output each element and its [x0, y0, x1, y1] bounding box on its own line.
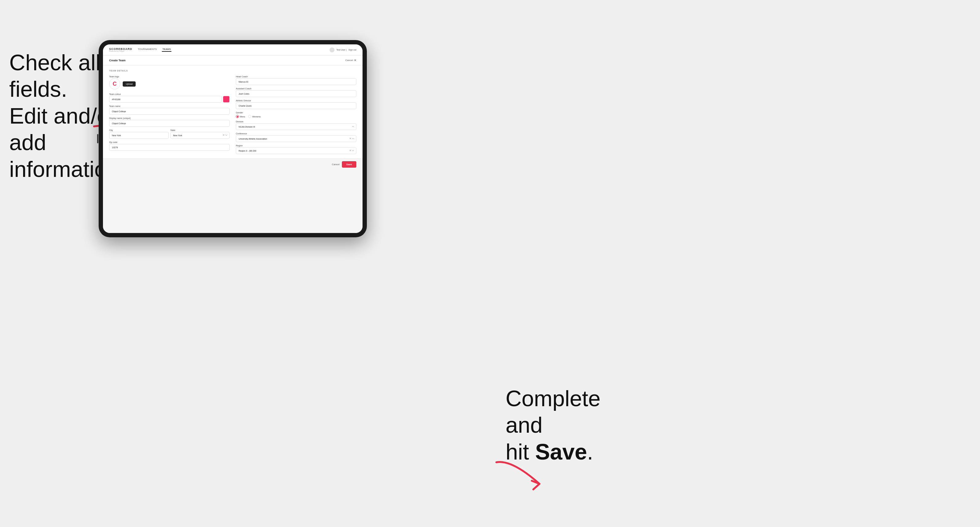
zip-field: Zip code	[109, 141, 230, 151]
nav-links: TOURNAMENTS TEAMS	[137, 48, 329, 52]
team-logo-field: Team logo C Upload	[109, 76, 230, 90]
state-select-wrapper: New York ✕	[170, 132, 230, 139]
conference-field: Conference University Athletic Associati…	[236, 133, 356, 142]
assistant-coach-input[interactable]	[236, 90, 356, 97]
nav-teams[interactable]: TEAMS	[162, 48, 172, 52]
navbar: SCOREBOARD Powered by clippd TOURNAMENTS…	[103, 44, 363, 56]
colour-field-row	[109, 96, 230, 103]
team-colour-label: Team colour	[109, 93, 230, 95]
instruction-right: Complete and hit Save.	[506, 385, 635, 465]
team-colour-field: Team colour	[109, 93, 230, 103]
gender-options: Mens Womens	[236, 115, 356, 118]
division-field: Division NCAA Division III	[236, 121, 356, 130]
gender-label: Gender	[236, 111, 356, 114]
display-name-field: Display name (unique)	[109, 117, 230, 127]
main-content: Create Team Cancel ✕ TEAM DETAILS Team l…	[103, 56, 363, 233]
close-icon: ✕	[354, 59, 356, 62]
section-title: TEAM DETAILS	[109, 70, 356, 72]
zip-input[interactable]	[109, 144, 230, 151]
arrow-icon-right	[493, 456, 555, 493]
logo: SCOREBOARD Powered by clippd	[109, 48, 132, 52]
region-clear-button[interactable]: ✕	[349, 149, 352, 152]
team-colour-input[interactable]	[109, 96, 222, 103]
state-label: State	[170, 129, 230, 131]
gender-mens[interactable]: Mens	[236, 115, 245, 118]
sign-out-link[interactable]: Sign out	[348, 49, 356, 51]
colour-swatch[interactable]	[223, 96, 230, 103]
conference-select[interactable]: University Athletic Association	[236, 135, 356, 142]
team-name-label: Team name	[109, 105, 230, 107]
form-footer: Cancel Save	[103, 159, 363, 170]
avatar	[329, 48, 334, 52]
city-input[interactable]	[109, 132, 169, 139]
upload-button[interactable]: Upload	[123, 81, 136, 87]
team-logo-label: Team logo	[109, 76, 230, 78]
head-coach-input[interactable]	[236, 78, 356, 85]
cancel-button[interactable]: Cancel	[332, 163, 339, 166]
team-name-input[interactable]	[109, 108, 230, 115]
conference-clear-button[interactable]: ✕	[349, 137, 352, 140]
state-clear-button[interactable]: ✕	[223, 134, 225, 137]
tablet-side-button	[97, 134, 98, 143]
city-field: City	[109, 129, 169, 139]
save-button[interactable]: Save	[342, 161, 356, 168]
cancel-x-button[interactable]: Cancel ✕	[345, 59, 356, 62]
region-field: Region Region II - (M) DIII ✕	[236, 144, 356, 154]
tablet-screen: SCOREBOARD Powered by clippd TOURNAMENTS…	[103, 44, 363, 233]
form-right: Head Coach Assistant Coach Athletic Dire…	[236, 76, 356, 154]
city-state-group: City State New York ✕	[109, 129, 230, 139]
womens-radio[interactable]	[248, 115, 251, 118]
region-label: Region	[236, 144, 356, 147]
division-label: Division	[236, 121, 356, 123]
assistant-coach-label: Assistant Coach	[236, 87, 356, 90]
form-grid: Team logo C Upload Team colour	[109, 76, 356, 154]
assistant-coach-field: Assistant Coach	[236, 87, 356, 97]
team-name-field: Team name	[109, 105, 230, 115]
mens-radio[interactable]	[236, 115, 239, 118]
tablet-frame: SCOREBOARD Powered by clippd TOURNAMENTS…	[99, 40, 367, 237]
athletic-director-field: Athletic Director	[236, 100, 356, 109]
zip-label: Zip code	[109, 141, 230, 143]
athletic-director-label: Athletic Director	[236, 100, 356, 102]
division-select[interactable]: NCAA Division III	[236, 123, 356, 130]
form-header: Create Team Cancel ✕	[103, 56, 363, 65]
logo-circle: C	[109, 78, 120, 89]
logo-area: C Upload	[109, 78, 230, 89]
form-body: TEAM DETAILS Team logo C Upload	[103, 65, 363, 159]
state-field: State New York ✕	[170, 129, 230, 139]
conference-select-wrapper: University Athletic Association ✕	[236, 135, 356, 142]
form-left: Team logo C Upload Team colour	[109, 76, 230, 154]
form-title: Create Team	[109, 59, 126, 62]
region-select[interactable]: Region II - (M) DIII	[236, 147, 356, 154]
display-name-label: Display name (unique)	[109, 117, 230, 119]
instruction-line1: Check all fields.	[9, 50, 100, 102]
athletic-director-input[interactable]	[236, 102, 356, 109]
logo-subtitle: Powered by clippd	[109, 51, 132, 52]
display-name-input[interactable]	[109, 120, 230, 127]
head-coach-label: Head Coach	[236, 76, 356, 78]
nav-username: Test User |	[336, 49, 347, 51]
conference-label: Conference	[236, 133, 356, 135]
city-label: City	[109, 129, 169, 131]
state-select[interactable]: New York	[170, 132, 230, 139]
gender-field: Gender Mens Womens	[236, 111, 356, 118]
gender-womens[interactable]: Womens	[248, 115, 261, 118]
instruction-right-line1: Complete and	[506, 386, 600, 437]
city-state-row: City State New York ✕	[109, 129, 230, 139]
region-select-wrapper: Region II - (M) DIII ✕	[236, 147, 356, 154]
nav-right: Test User | Sign out	[329, 48, 356, 52]
head-coach-field: Head Coach	[236, 76, 356, 85]
nav-tournaments[interactable]: TOURNAMENTS	[137, 48, 158, 52]
